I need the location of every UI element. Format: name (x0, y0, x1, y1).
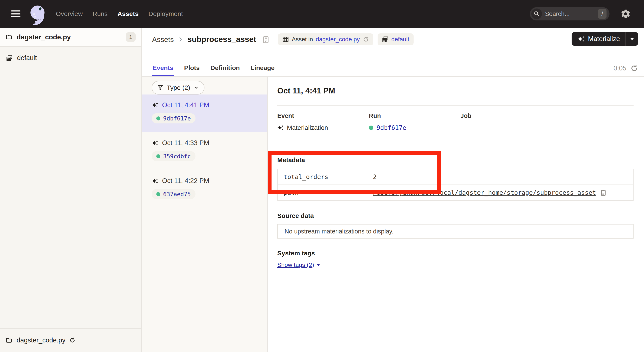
materialize-dropdown-button[interactable] (626, 32, 638, 46)
run-pill[interactable]: 359cdbfc (152, 151, 196, 161)
group-link[interactable]: default (392, 36, 409, 43)
run-status-dot (156, 154, 160, 158)
tab-plots[interactable]: Plots (184, 64, 200, 76)
asset-group-icon (382, 36, 389, 43)
event-list-item[interactable]: Oct 11, 4:33 PM 359cdbfc (142, 132, 267, 170)
chevron-right-icon (178, 36, 184, 42)
tag-group-default[interactable]: default (378, 33, 414, 45)
run-column: Run 9dbf617e (369, 112, 460, 131)
dagster-logo-icon[interactable] (28, 4, 46, 27)
event-column: Event Materialization (277, 112, 369, 131)
run-status-dot (156, 116, 160, 120)
caret-down-icon (630, 38, 634, 40)
source-data-heading: Source data (277, 212, 634, 219)
materialization-sparkle-icon (152, 177, 158, 184)
hamburger-menu-icon[interactable] (11, 10, 20, 17)
code-location-label: dagster_code.py (16, 33, 71, 41)
show-tags-label: Show tags (2) (277, 262, 314, 268)
nav-item-deployment[interactable]: Deployment (148, 10, 183, 17)
tag-asset-in-code-location[interactable]: Asset in dagster_code.py (278, 33, 373, 45)
reload-icon[interactable] (363, 36, 369, 42)
asset-tabs: Events Plots Definition Lineage (152, 64, 275, 76)
tab-events[interactable]: Events (152, 64, 174, 76)
search-shortcut-badge: / (598, 9, 606, 19)
code-location-link[interactable]: dagster_code.py (316, 36, 360, 43)
show-tags-toggle[interactable]: Show tags (2) (277, 262, 320, 268)
events-list-panel: Type (2) Oct 11, 4:41 PM 9dbf617e (142, 77, 268, 352)
run-pill[interactable]: 9dbf617e (152, 113, 196, 123)
breadcrumb: Assets subprocess_asset Asset in dagster… (152, 33, 414, 46)
tab-definition[interactable]: Definition (210, 64, 240, 76)
refresh-countdown: 0:05 (614, 64, 626, 72)
metadata-key: total_orders (278, 169, 366, 185)
gear-icon[interactable] (620, 8, 631, 19)
asset-header: Assets subprocess_asset Asset in dagster… (142, 28, 644, 77)
type-filter-button[interactable]: Type (2) (152, 81, 204, 94)
footer-code-location-label: dagster_code.py (16, 337, 66, 344)
sidebar: dagster_code.py 1 default dagster_code.p… (0, 28, 142, 352)
event-list-item[interactable]: Oct 11, 4:41 PM 9dbf617e (142, 94, 267, 132)
materialization-sparkle-icon (277, 124, 284, 131)
run-status-dot (156, 192, 160, 196)
materialize-sparkle-icon (577, 35, 585, 43)
nav-item-overview[interactable]: Overview (56, 10, 83, 17)
nav-links: Overview Runs Assets Deployment (56, 10, 183, 17)
sidebar-item-code-location[interactable]: dagster_code.py 1 (0, 28, 141, 47)
table-icon (282, 36, 289, 43)
reload-icon[interactable] (69, 337, 76, 344)
materialization-sparkle-icon (152, 102, 158, 108)
nav-item-runs[interactable]: Runs (93, 10, 108, 17)
run-pill[interactable]: 637aed75 (152, 189, 196, 199)
asset-count-badge: 1 (126, 32, 136, 42)
page-title: subprocess_asset (188, 35, 256, 44)
run-status-dot (369, 126, 373, 130)
filter-icon (157, 84, 164, 91)
top-navbar: Overview Runs Assets Deployment / (0, 0, 644, 28)
run-id-link[interactable]: 359cdbfc (163, 153, 191, 160)
event-detail-title: Oct 11, 4:41 PM (277, 86, 634, 95)
run-id-link[interactable]: 637aed75 (163, 191, 191, 198)
tab-lineage[interactable]: Lineage (250, 64, 275, 76)
table-row: path /Users/yuhan/dev/local/dagster_home… (278, 185, 633, 200)
copy-asset-name-icon[interactable] (262, 35, 270, 44)
run-column-header: Run (369, 112, 460, 119)
materialization-sparkle-icon (152, 140, 158, 146)
nav-item-assets[interactable]: Assets (117, 10, 139, 17)
group-label: default (17, 54, 37, 62)
copy-path-icon[interactable] (600, 189, 607, 196)
run-id-link[interactable]: 9dbf617e (376, 124, 406, 131)
type-filter-label: Type (2) (167, 84, 190, 91)
asset-group-icon (6, 54, 13, 61)
event-type-value: Materialization (287, 124, 328, 131)
run-id-link[interactable]: 9dbf617e (163, 115, 191, 122)
refresh-timer: 0:05 (614, 64, 638, 72)
event-list-item[interactable]: Oct 11, 4:22 PM 637aed75 (142, 170, 267, 208)
search-icon (531, 8, 542, 19)
system-tags-heading: System tags (277, 250, 634, 257)
materialize-label: Materialize (588, 35, 620, 43)
path-link[interactable]: /Users/yuhan/dev/local/dagster_home/stor… (373, 189, 596, 196)
event-date: Oct 11, 4:22 PM (162, 177, 209, 185)
job-column: Job — (460, 112, 634, 131)
folder-icon (6, 337, 12, 344)
job-column-header: Job (460, 112, 634, 119)
empty-state-text: No upstream materializations to display. (284, 228, 394, 235)
dagster-app: Overview Runs Assets Deployment / dagste… (0, 0, 644, 352)
search-box[interactable]: / (530, 7, 610, 20)
metadata-value: 2 (366, 169, 621, 185)
sidebar-item-default-group[interactable]: default (0, 50, 141, 65)
breadcrumb-assets-link[interactable]: Assets (152, 35, 174, 44)
refresh-icon[interactable] (630, 64, 638, 72)
materialize-button[interactable]: Materialize (572, 32, 638, 46)
event-date: Oct 11, 4:41 PM (162, 101, 209, 109)
job-value: — (460, 124, 467, 131)
event-detail-panel: Oct 11, 4:41 PM Event Materialization Ru… (268, 77, 644, 352)
sidebar-footer-code-location[interactable]: dagster_code.py (0, 328, 141, 352)
tag-prefix: Asset in (292, 36, 313, 43)
metadata-table: total_orders 2 path /Users/yuhan/dev/loc… (277, 169, 634, 201)
table-row: total_orders 2 (278, 169, 633, 185)
metadata-heading: Metadata (277, 156, 634, 164)
caret-down-icon (317, 264, 320, 266)
metadata-key: path (278, 185, 366, 200)
search-input[interactable] (542, 10, 598, 17)
